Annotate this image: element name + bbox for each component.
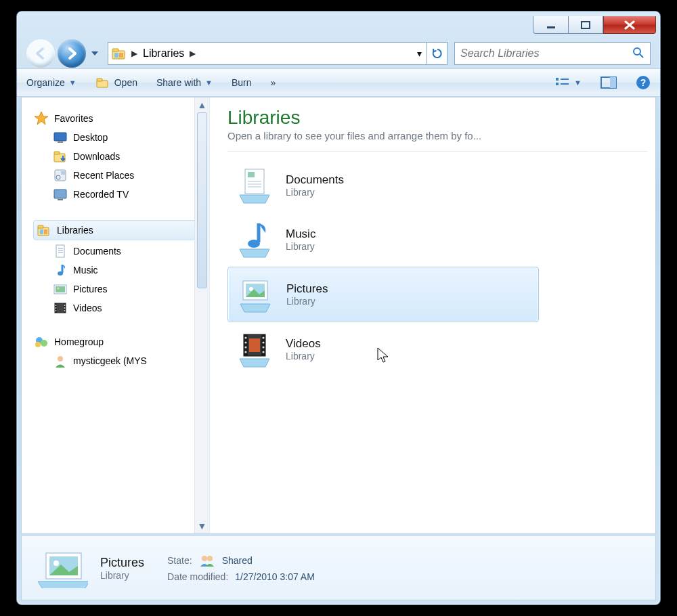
pictures-icon [53, 282, 68, 296]
scroll-thumb[interactable] [197, 112, 207, 288]
svg-point-50 [35, 342, 41, 347]
sidebar-item-recent[interactable]: Recent Places [53, 168, 209, 183]
sidebar-item-user[interactable]: mysticgeek (MYS [53, 353, 209, 368]
svg-point-35 [58, 271, 63, 276]
refresh-button[interactable] [427, 43, 447, 64]
recent-locations-dropdown[interactable] [89, 46, 101, 61]
svg-point-6 [634, 48, 640, 55]
toolbar: Organize ▼ Open Share with ▼ Burn » ▼ ? [17, 68, 660, 97]
svg-point-66 [244, 341, 246, 343]
scroll-up-button[interactable]: ▲ [195, 97, 209, 112]
forward-button[interactable] [58, 39, 86, 68]
svg-point-69 [262, 336, 264, 338]
help-button[interactable]: ? [636, 75, 651, 90]
sidebar-item-pictures[interactable]: Pictures [53, 282, 209, 296]
search-icon[interactable] [632, 47, 645, 61]
svg-point-38 [58, 288, 60, 290]
library-item-music[interactable]: Music Library [227, 213, 539, 267]
navigation-pane: Favorites Desktop Downloads Recent Place… [22, 97, 210, 533]
pictures-library-icon [235, 274, 276, 315]
homegroup-group[interactable]: Homegroup [34, 334, 209, 349]
view-icon [555, 76, 570, 89]
libraries-icon [111, 45, 127, 62]
toolbar-overflow[interactable]: » [271, 77, 276, 88]
recent-icon [53, 168, 68, 183]
maximize-button[interactable] [568, 16, 603, 34]
share-label: Share with [156, 77, 201, 88]
page-title: Libraries [227, 107, 647, 129]
breadcrumb-location[interactable]: Libraries [141, 47, 185, 60]
svg-rect-25 [54, 190, 66, 198]
help-icon: ? [636, 75, 651, 90]
videos-library-icon [234, 329, 275, 370]
downloads-icon [53, 149, 68, 164]
homegroup-label: Homegroup [54, 336, 104, 347]
svg-rect-26 [58, 199, 63, 200]
library-item-pictures[interactable]: Pictures Library [227, 267, 539, 322]
svg-point-70 [262, 341, 264, 343]
address-bar[interactable]: ▶ Libraries ▶ ▾ [108, 42, 447, 65]
library-item-documents[interactable]: Documents Library [227, 158, 539, 213]
music-icon [53, 263, 68, 278]
burn-button[interactable]: Burn [232, 77, 252, 88]
svg-rect-5 [119, 53, 123, 58]
svg-rect-28 [38, 225, 43, 228]
search-input[interactable] [460, 47, 632, 60]
scroll-track[interactable] [195, 112, 209, 519]
library-type: Library [286, 296, 328, 307]
preview-pane-button[interactable] [600, 76, 617, 89]
sidebar-item-downloads[interactable]: Downloads [53, 149, 209, 164]
svg-point-51 [58, 356, 63, 361]
open-button[interactable]: Open [95, 75, 137, 90]
library-type: Library [286, 351, 321, 361]
svg-rect-0 [547, 26, 555, 28]
sidebar-item-videos[interactable]: Videos [53, 301, 209, 315]
svg-rect-24 [61, 171, 65, 175]
breadcrumb-sep[interactable]: ▶ [127, 49, 141, 58]
close-button[interactable] [603, 16, 656, 34]
svg-point-72 [262, 351, 264, 353]
svg-rect-31 [56, 245, 64, 257]
svg-point-76 [202, 556, 207, 561]
svg-point-65 [244, 336, 246, 338]
favorites-label: Favorites [54, 113, 93, 124]
breadcrumb-sep2[interactable]: ▶ [185, 49, 200, 58]
pictures-library-icon [34, 548, 88, 588]
organize-menu[interactable]: Organize ▼ [26, 77, 77, 88]
library-name: Documents [286, 173, 344, 187]
star-icon [34, 111, 49, 126]
music-library-icon [234, 219, 275, 260]
divider [227, 151, 647, 152]
svg-point-57 [248, 240, 260, 248]
view-menu[interactable]: ▼ [555, 76, 582, 89]
svg-point-75 [53, 560, 59, 566]
sidebar-item-documents[interactable]: Documents [53, 244, 209, 259]
details-pane: Pictures Library State: Shared Date modi… [21, 535, 656, 600]
nav-scrollbar[interactable]: ▲ ▼ [194, 97, 209, 533]
address-dropdown[interactable]: ▾ [412, 48, 427, 59]
chevron-down-icon: ▼ [205, 79, 213, 87]
minimize-button[interactable] [533, 16, 568, 34]
content-pane: Libraries Open a library to see your fil… [210, 97, 655, 533]
libraries-group[interactable]: Libraries [34, 221, 209, 240]
sidebar-item-music[interactable]: Music [53, 263, 209, 278]
sidebar-item-recorded-tv[interactable]: Recorded TV [53, 187, 209, 202]
favorites-group[interactable]: Favorites [34, 111, 209, 126]
sidebar-item-label: Videos [73, 303, 102, 313]
chevron-down-icon: ▼ [574, 79, 582, 87]
svg-rect-19 [58, 141, 63, 143]
svg-rect-1 [582, 22, 590, 28]
sidebar-item-label: Pictures [73, 284, 108, 294]
search-box[interactable] [454, 42, 651, 65]
sidebar-item-label: Documents [73, 246, 121, 257]
share-menu[interactable]: Share with ▼ [156, 77, 213, 88]
library-item-videos[interactable]: Videos Library [227, 322, 539, 376]
sidebar-item-desktop[interactable]: Desktop [53, 130, 209, 145]
page-subtitle: Open a library to see your files and arr… [227, 130, 647, 141]
svg-rect-29 [40, 229, 43, 234]
scroll-down-button[interactable]: ▼ [195, 519, 209, 533]
sidebar-item-label: Downloads [73, 151, 120, 162]
state-label: State: [167, 555, 192, 566]
back-button[interactable] [26, 39, 55, 68]
sidebar-item-label: Recorded TV [73, 189, 129, 200]
